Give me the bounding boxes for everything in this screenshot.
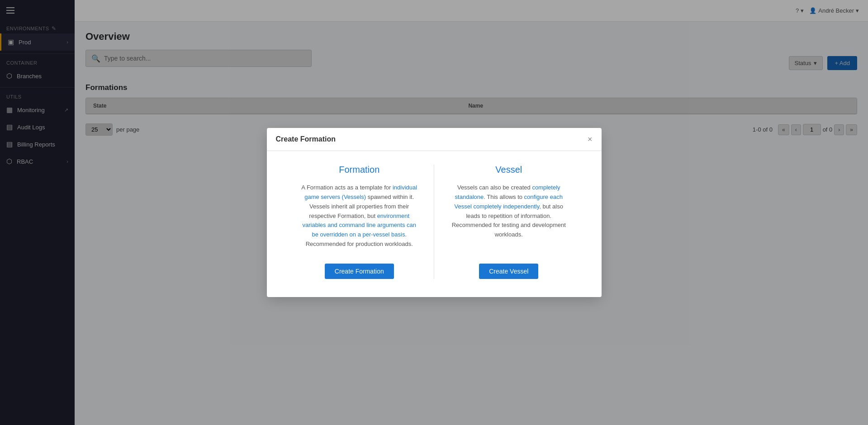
formation-col-title: Formation xyxy=(339,165,379,175)
env-vars-link[interactable]: environment variables and command line a… xyxy=(303,212,416,238)
formation-col-desc: A Formation acts as a template for indiv… xyxy=(299,183,421,249)
modal-close-button[interactable]: × xyxy=(588,135,593,143)
create-formation-modal: Create Formation × Formation A Formation… xyxy=(267,128,602,297)
vessel-column: Vessel Vessels can also be created compl… xyxy=(434,165,583,279)
modal-title: Create Formation xyxy=(276,135,336,143)
individual-link[interactable]: individual game servers (Vessels) xyxy=(304,184,417,200)
create-vessel-button[interactable]: Create Vessel xyxy=(479,264,538,279)
formation-column: Formation A Formation acts as a template… xyxy=(285,165,434,279)
create-formation-button[interactable]: Create Formation xyxy=(325,264,394,279)
modal-header: Create Formation × xyxy=(267,128,602,151)
modal-body: Formation A Formation acts as a template… xyxy=(267,151,602,297)
vessel-col-desc: Vessels can also be created completely s… xyxy=(448,183,570,240)
vessel-col-title: Vessel xyxy=(495,165,522,175)
modal-overlay[interactable]: Create Formation × Formation A Formation… xyxy=(0,0,868,425)
